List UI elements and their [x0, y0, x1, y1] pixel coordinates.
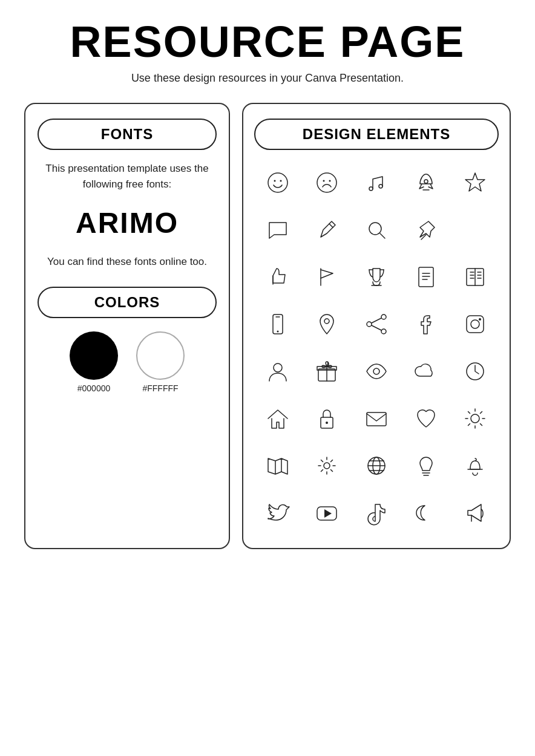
lock-icon — [304, 398, 351, 439]
fonts-find-text: You can find these fonts online too. — [47, 254, 207, 270]
color-swatches: #000000 #FFFFFF — [70, 331, 185, 393]
icons-grid — [254, 162, 499, 533]
sun-icon — [451, 398, 499, 439]
document-icon — [402, 256, 450, 298]
blank1-icon — [451, 209, 499, 250]
colors-label: COLORS — [38, 287, 217, 318]
lightbulb-icon — [402, 445, 450, 486]
home-icon — [254, 398, 301, 439]
svg-point-0 — [268, 173, 287, 192]
svg-point-6 — [369, 187, 373, 191]
svg-point-16 — [381, 314, 386, 319]
phone-icon — [254, 304, 301, 345]
swatch-black: #000000 — [70, 331, 118, 393]
music-icon — [353, 162, 400, 203]
flag-icon — [304, 256, 351, 298]
svg-marker-9 — [465, 173, 485, 191]
share-icon — [353, 304, 400, 345]
star-icon — [451, 162, 499, 203]
svg-rect-19 — [467, 316, 484, 333]
svg-point-4 — [323, 180, 325, 182]
bell-icon — [451, 445, 499, 486]
svg-point-2 — [280, 180, 281, 182]
pencil-icon — [304, 209, 351, 250]
gift-icon — [304, 351, 351, 392]
left-panel: FONTS This presentation template uses th… — [24, 103, 230, 549]
svg-point-29 — [471, 414, 479, 423]
svg-marker-34 — [324, 509, 332, 518]
user-icon — [254, 351, 301, 392]
swatch-white: #FFFFFF — [136, 331, 185, 393]
svg-point-20 — [471, 320, 479, 328]
svg-point-24 — [373, 368, 379, 374]
megaphone-icon — [451, 492, 499, 533]
svg-point-10 — [369, 223, 381, 235]
smiley-icon — [254, 162, 301, 203]
book-icon — [451, 256, 499, 298]
black-swatch-circle — [70, 331, 118, 380]
svg-point-22 — [274, 363, 282, 372]
trophy-icon — [353, 256, 400, 298]
cloud-icon — [402, 351, 450, 392]
white-hex-label: #FFFFFF — [142, 383, 178, 393]
svg-point-15 — [324, 319, 329, 324]
svg-point-21 — [479, 318, 481, 321]
svg-point-18 — [381, 329, 386, 334]
eye-icon — [353, 351, 400, 392]
youtube-icon — [304, 492, 351, 533]
twitter-icon — [254, 492, 301, 533]
svg-point-27 — [326, 422, 328, 424]
mail-icon — [353, 398, 400, 439]
svg-point-30 — [324, 463, 330, 469]
font-name: ARIMO — [76, 206, 179, 240]
svg-point-8 — [424, 180, 428, 183]
location-icon — [304, 304, 351, 345]
clock-icon — [451, 351, 499, 392]
white-swatch-circle — [136, 331, 185, 380]
thumbs-up-icon — [254, 256, 301, 298]
rocket-icon — [402, 162, 450, 203]
fonts-description: This presentation template uses the foll… — [38, 161, 217, 192]
svg-point-5 — [329, 180, 331, 182]
heart-icon — [402, 398, 450, 439]
svg-point-7 — [379, 184, 382, 188]
svg-point-3 — [317, 173, 336, 192]
main-content: FONTS This presentation template uses th… — [24, 103, 511, 549]
black-hex-label: #000000 — [77, 383, 111, 393]
map-icon — [254, 445, 301, 486]
svg-point-1 — [274, 180, 275, 182]
moon-icon — [402, 492, 450, 533]
svg-point-17 — [367, 322, 372, 327]
svg-rect-28 — [367, 412, 386, 426]
magnifier-icon — [353, 209, 400, 250]
fonts-label: FONTS — [38, 119, 217, 150]
svg-point-14 — [277, 331, 278, 333]
tiktok-icon — [353, 492, 400, 533]
chat-icon — [254, 209, 301, 250]
facebook-icon — [402, 304, 450, 345]
settings-icon — [304, 445, 351, 486]
page-subtitle: Use these design resources in your Canva… — [131, 72, 404, 85]
right-panel: DESIGN ELEMENTS — [242, 103, 511, 549]
globe-icon — [353, 445, 400, 486]
pin-icon — [402, 209, 450, 250]
sad-icon — [304, 162, 351, 203]
page-title: RESOURCE PAGE — [70, 18, 465, 66]
svg-rect-11 — [419, 267, 433, 287]
instagram-icon — [451, 304, 499, 345]
design-elements-label: DESIGN ELEMENTS — [254, 119, 499, 150]
